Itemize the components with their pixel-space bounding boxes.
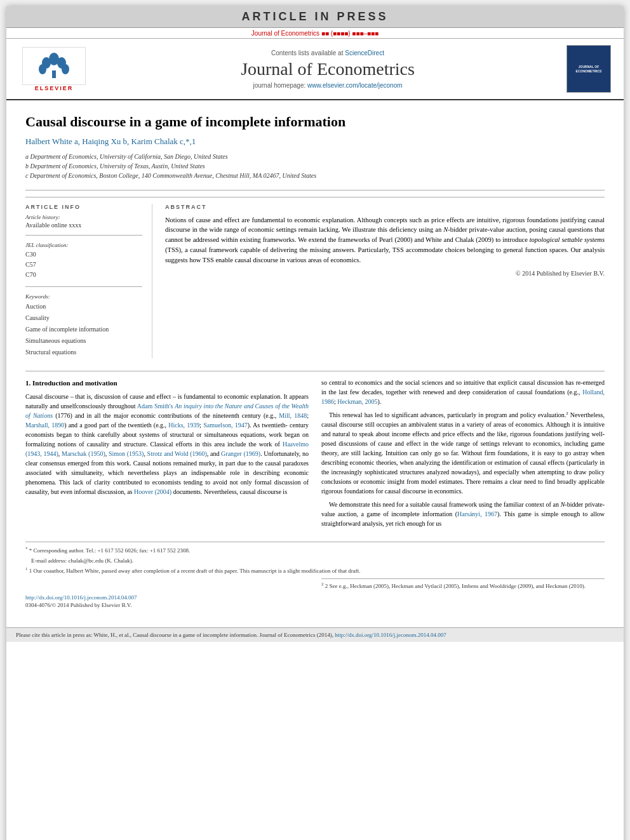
doi-line: http://dx.doi.org/10.1016/j.jeconom.2014… (25, 594, 605, 601)
footnote2-spacer (25, 578, 309, 589)
elsevier-text: ELSEVIER (35, 85, 74, 91)
simon-link[interactable]: Simon (1953) (109, 450, 144, 457)
footnote-1: 1 1 Our coauthor, Halbert White, passed … (25, 566, 605, 575)
footnote-2-area: 2 2 See e.g., Heckman (2005), Heckman an… (321, 578, 605, 589)
journal-ref-bar: Journal of Econometrics ■■ (■■■■) ■■■–■■… (6, 28, 624, 39)
strotz-link[interactable]: Strotz and Wold (1960) (147, 450, 207, 457)
body-para-right-1: so central to economics and the social s… (321, 378, 605, 406)
page: ARTICLE IN PRESS Journal of Econometrics… (6, 6, 624, 840)
citation-bar: Please cite this article in press as: Wh… (6, 627, 624, 642)
citation-doi-link[interactable]: http://dx.doi.org/10.1016/j.jeconom.2014… (335, 632, 446, 638)
journal-header-center: Contents lists available at ScienceDirec… (89, 50, 566, 89)
body-columns: 1. Introduction and motivation Causal di… (25, 378, 605, 532)
article-info-title: ARTICLE INFO (25, 204, 142, 210)
info-divider (25, 235, 142, 236)
jel-codes: C30 C57 C70 (25, 250, 142, 280)
footnote-star: * * Corresponding author. Tel.: +1 617 5… (25, 546, 605, 555)
affiliations: a Department of Economics, University of… (25, 152, 605, 180)
info-abstract-row: ARTICLE INFO Article history: Available … (25, 197, 605, 358)
issn-line: 0304-4076/© 2014 Published by Elsevier B… (25, 602, 605, 608)
affiliation-c: c Department of Economics, Boston Colleg… (25, 171, 605, 180)
granger-link[interactable]: Granger (1969) (221, 450, 260, 457)
keyword-4: Simultaneous equations (25, 335, 142, 347)
homepage-link[interactable]: www.elsevier.com/locate/jeconom (307, 82, 403, 89)
keyword-3: Game of incomplete information (25, 324, 142, 335)
article-in-press-banner: ARTICLE IN PRESS (6, 6, 624, 28)
keywords-label: Keywords: (25, 293, 142, 300)
doi-link[interactable]: http://dx.doi.org/10.1016/j.jeconom.2014… (25, 594, 137, 601)
affiliation-a: a Department of Economics, University of… (25, 152, 605, 161)
journal-title: Journal of Econometrics (89, 59, 566, 79)
paper-title: Causal discourse in a game of incomplete… (25, 113, 605, 131)
divider-2 (25, 371, 605, 371)
contents-available: Contents lists available at ScienceDirec… (89, 50, 566, 57)
journal-ref-text: Journal of Econometrics ■■ (■■■■) ■■■–■■… (251, 30, 379, 37)
journal-homepage: journal homepage: www.elsevier.com/locat… (89, 82, 566, 89)
body-para-right-2: This renewal has led to significant adva… (321, 410, 605, 496)
article-info: ARTICLE INFO Article history: Available … (25, 204, 152, 358)
footnote2-row: 2 2 See e.g., Heckman (2005), Heckman an… (25, 578, 605, 589)
adam-smith-link[interactable]: Adam Smith's An inquiry into the Nature … (25, 403, 309, 419)
harsanyi-link[interactable]: Harsányi, 1967 (457, 510, 497, 517)
copyright: © 2014 Published by Elsevier B.V. (165, 270, 605, 277)
abstract-title: ABSTRACT (165, 204, 605, 210)
info-divider-2 (25, 286, 142, 287)
heckman-link[interactable]: Heckman, 2005 (337, 398, 377, 405)
jel-label: JEL classification: (25, 242, 142, 248)
main-content: Causal discourse in a game of incomplete… (6, 100, 624, 621)
jel-c30: C30 (25, 250, 142, 260)
journal-thumb-text: JOURNAL OFECONOMETRICS (576, 65, 602, 73)
elsevier-tree-icon (35, 51, 73, 80)
hicks-link[interactable]: Hicks, 1939 (168, 422, 199, 429)
contents-text: Contents lists available at (271, 50, 343, 57)
sciencedirect-link[interactable]: ScienceDirect (345, 50, 384, 57)
footnote-2-text: 1 Our coauthor, Halbert White, passed aw… (29, 568, 361, 574)
history-label: Article history: (25, 214, 142, 220)
body-para-1: Causal discourse – that is, discussion o… (25, 392, 309, 497)
marschak-link[interactable]: Marschak (1950) (62, 450, 105, 457)
keyword-1: Auction (25, 301, 142, 312)
body-para-right-3: We demonstrate this need for a suitable … (321, 500, 605, 528)
svg-point-4 (62, 64, 69, 74)
authors: Halbert White a, Haiqing Xu b, Karim Cha… (25, 137, 605, 147)
issn-text: 0304-4076/© 2014 Published by Elsevier B… (25, 602, 131, 608)
elsevier-logo-img (22, 47, 86, 85)
elsevier-logo: ELSEVIER (19, 47, 89, 91)
affiliation-b: b Department of Economics, University of… (25, 161, 605, 171)
footnote-1-text: E-mail address: chalak@bc.edu (K. Chalak… (31, 557, 133, 564)
homepage-text: journal homepage: (253, 82, 305, 89)
keywords-list: Auction Causality Game of incomplete inf… (25, 301, 142, 358)
jel-c57: C57 (25, 260, 142, 270)
abstract-text: Notions of cause and effect are fundamen… (165, 215, 605, 265)
hoover-link[interactable]: Hoover (2004) (134, 488, 171, 495)
footnote-email: E-mail address: chalak@bc.edu (K. Chalak… (25, 557, 605, 565)
mill-link[interactable]: Mill, 1848 (279, 412, 307, 419)
history-value: Available online xxxx (25, 222, 142, 229)
svg-point-3 (39, 64, 46, 74)
samuelson-link[interactable]: Samuelson, 1947 (203, 422, 248, 429)
banner-text: ARTICLE IN PRESS (241, 10, 388, 23)
abstract-section: ABSTRACT Notions of cause and effect are… (165, 204, 605, 358)
footnote-3-text: 2 See e.g., Heckman (2005), Heckman and … (325, 583, 586, 589)
jel-c70: C70 (25, 270, 142, 280)
section-heading: 1. Introduction and motivation (25, 378, 309, 389)
marshall-link[interactable]: Marshall, 1890 (25, 422, 64, 429)
journal-thumbnail: JOURNAL OFECONOMETRICS (566, 45, 611, 93)
footnotes-area: * * Corresponding author. Tel.: +1 617 5… (25, 542, 605, 575)
keyword-2: Causality (25, 312, 142, 324)
body-col-right: so central to economics and the social s… (321, 378, 605, 532)
body-col-left: 1. Introduction and motivation Causal di… (25, 378, 309, 532)
keyword-5: Structural equations (25, 347, 142, 358)
citation-text: Please cite this article in press as: Wh… (16, 632, 335, 638)
divider-1 (25, 190, 605, 190)
svg-rect-5 (52, 70, 56, 78)
footnote-0-text: * Corresponding author. Tel.: +1 617 552… (29, 547, 191, 554)
journal-header: ELSEVIER Contents lists available at Sci… (6, 39, 624, 100)
